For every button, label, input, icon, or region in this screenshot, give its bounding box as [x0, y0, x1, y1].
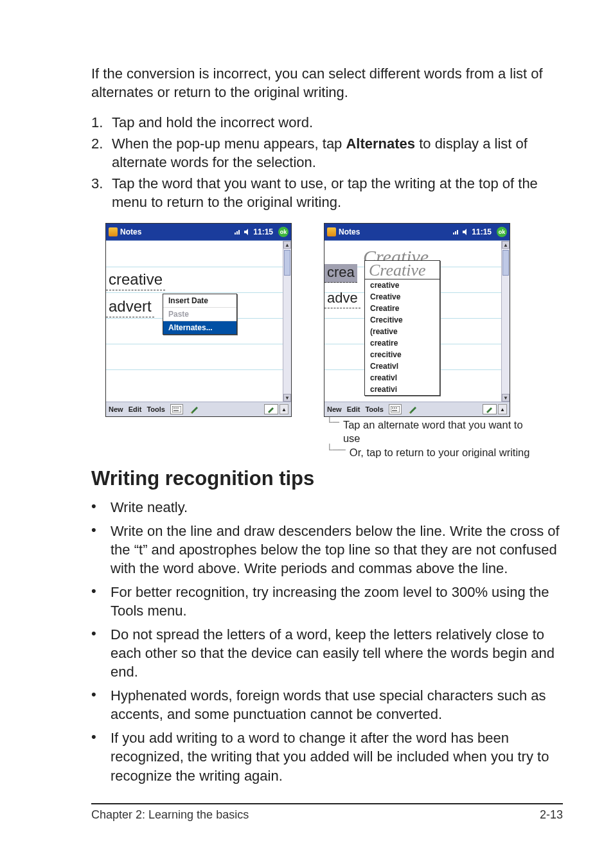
tip-text: For better recognition, try increasing t… — [111, 583, 563, 620]
bullet-icon: • — [91, 729, 100, 784]
menu-insert-date[interactable]: Insert Date — [163, 294, 236, 308]
svg-rect-5 — [391, 406, 400, 412]
app-title: Notes — [339, 227, 360, 236]
speaker-icon — [462, 228, 470, 236]
cmd-new[interactable]: New — [327, 405, 342, 413]
keyboard-icon[interactable] — [170, 404, 183, 414]
context-menu: Insert Date Paste Alternates... — [163, 294, 237, 335]
callout-tap-original: Or, tap to return to your original writi… — [350, 446, 530, 459]
cmd-tools[interactable]: Tools — [147, 405, 165, 413]
callouts: └─ Tap an alternate word that you want t… — [326, 418, 536, 459]
scroll-down-icon[interactable]: ▼ — [283, 394, 291, 402]
scrollbar[interactable]: ▲ ▼ — [283, 241, 291, 402]
cmd-new[interactable]: New — [109, 405, 123, 413]
title-bar: Notes 11:15 ok — [324, 224, 510, 240]
alt-item[interactable]: Creativl — [365, 360, 440, 372]
scroll-up-icon[interactable]: ▲ — [502, 241, 510, 249]
step-1: 1. Tap and hold the incorrect word. — [91, 113, 563, 132]
pen-icon[interactable] — [407, 405, 420, 414]
bullet-icon: • — [91, 498, 100, 517]
step-2-text: When the pop-up menu appears, tap Altern… — [112, 134, 563, 172]
tip-text: Write on the line and draw descenders be… — [111, 522, 563, 578]
section-heading: Writing recognition tips — [91, 467, 563, 490]
svg-rect-8 — [396, 407, 397, 409]
tip-text: Write neatly. — [111, 498, 188, 517]
callout-connector-icon: └─ — [326, 417, 339, 429]
keyboard-icon[interactable] — [389, 404, 402, 414]
step-1-number: 1. — [91, 113, 105, 132]
sip-toggle-icon[interactable]: ▲ — [498, 404, 507, 414]
step-3-number: 3. — [91, 174, 105, 211]
speaker-icon — [244, 228, 251, 236]
scroll-down-icon[interactable]: ▼ — [502, 394, 510, 402]
pen-button-icon[interactable] — [264, 404, 278, 414]
alt-item[interactable]: Creative — [365, 291, 440, 303]
alternates-label-bold: Alternates — [346, 136, 415, 152]
menu-alternates[interactable]: Alternates... — [163, 321, 236, 334]
step-2-pre: When the pop-up menu appears, tap — [112, 136, 346, 152]
pen-icon[interactable] — [188, 405, 201, 414]
word-adve[interactable]: adve — [324, 290, 360, 308]
bullet-icon: • — [91, 686, 100, 723]
alt-item[interactable]: creative — [365, 279, 440, 291]
step-2: 2. When the pop-up menu appears, tap Alt… — [91, 134, 563, 172]
cmd-tools[interactable]: Tools — [365, 405, 384, 413]
tip-item: •If you add writing to a word to change … — [91, 729, 563, 784]
command-bar: New Edit Tools ▲ — [106, 402, 291, 416]
bullet-icon: • — [91, 625, 100, 681]
ok-button[interactable]: ok — [497, 227, 507, 237]
svg-rect-6 — [392, 407, 393, 409]
intro-paragraph: If the conversion is incorrect, you can … — [91, 64, 563, 102]
sip-toggle-icon[interactable]: ▲ — [280, 404, 289, 414]
tip-item: •Write on the line and draw descenders b… — [91, 522, 563, 578]
word-advert[interactable]: advert — [106, 297, 154, 317]
callout-connector-icon: └── — [326, 445, 346, 456]
notes-canvas[interactable]: creative advert Insert Date Paste Altern… — [106, 240, 291, 402]
tip-item: •For better recognition, try increasing … — [91, 583, 563, 620]
app-title: Notes — [120, 227, 141, 236]
ok-button[interactable]: ok — [278, 227, 289, 237]
tip-text: If you add writing to a word to change i… — [111, 729, 563, 784]
alternates-popup: Creative creative Creative Creatire Crec… — [364, 260, 440, 396]
cmd-edit[interactable]: Edit — [129, 405, 142, 413]
signal-icon — [233, 227, 242, 236]
alt-item[interactable]: creativl — [365, 372, 440, 384]
tip-item: •Write neatly. — [91, 498, 563, 517]
tip-text: Hyphenated words, foreign words that use… — [111, 686, 563, 723]
screenshot-context-menu: Notes 11:15 ok creative advert — [105, 223, 292, 417]
callout-tap-alternate: Tap an alternate word that you want to u… — [343, 418, 536, 445]
alt-item[interactable]: Creatire — [365, 303, 440, 314]
cmd-edit[interactable]: Edit — [347, 405, 360, 413]
alt-item[interactable]: creativi — [365, 384, 440, 395]
steps-list: 1. Tap and hold the incorrect word. 2. W… — [91, 113, 563, 211]
svg-rect-2 — [175, 407, 177, 409]
alt-item[interactable]: creatire — [365, 337, 440, 349]
svg-rect-1 — [173, 407, 175, 409]
bullet-icon: • — [91, 522, 100, 578]
alternates-original-writing[interactable]: Creative — [365, 261, 440, 279]
scroll-up-icon[interactable]: ▲ — [283, 241, 291, 249]
pen-button-icon[interactable] — [483, 404, 497, 414]
word-crea-selected[interactable]: crea — [324, 264, 357, 283]
footer-chapter: Chapter 2: Learning the basics — [91, 808, 249, 822]
svg-rect-4 — [173, 410, 179, 411]
bullet-icon: • — [91, 583, 100, 620]
step-1-text: Tap and hold the incorrect word. — [112, 113, 563, 132]
tip-item: •Hyphenated words, foreign words that us… — [91, 686, 563, 723]
scroll-thumb[interactable] — [502, 250, 509, 276]
alt-item[interactable]: Crecitive — [365, 314, 440, 326]
alt-item[interactable]: (reative — [365, 326, 440, 337]
command-bar: New Edit Tools ▲ — [324, 402, 510, 416]
alt-item[interactable]: crecitive — [365, 349, 440, 360]
step-3-text: Tap the word that you want to use, or ta… — [112, 174, 563, 211]
status-area: 11:15 — [233, 227, 273, 236]
word-creative[interactable]: creative — [106, 270, 165, 290]
menu-paste[interactable]: Paste — [163, 308, 236, 321]
scrollbar[interactable]: ▲ ▼ — [501, 241, 510, 402]
scroll-thumb[interactable] — [284, 250, 290, 276]
signal-icon — [451, 227, 460, 236]
step-2-number: 2. — [91, 134, 105, 172]
page-footer: Chapter 2: Learning the basics 2-13 — [91, 803, 563, 822]
notes-app-icon — [109, 227, 118, 236]
notes-canvas[interactable]: crea adve Creative Creative creative Cre… — [324, 240, 510, 402]
